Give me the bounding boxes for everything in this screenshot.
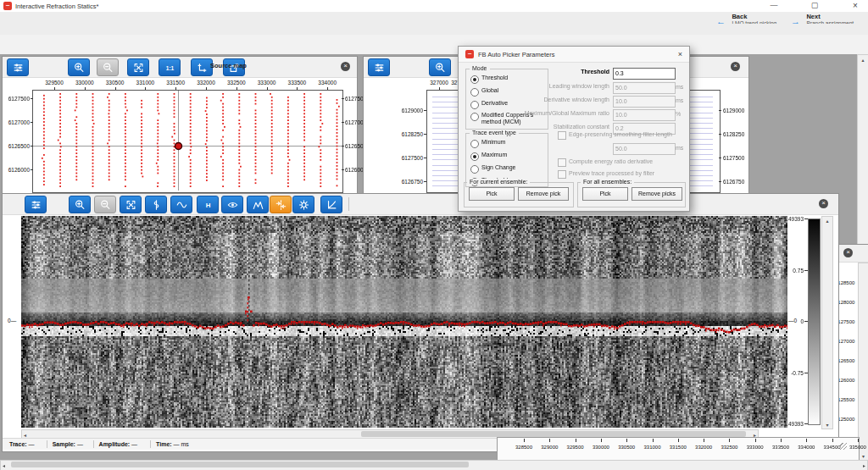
zoom-in-icon[interactable] <box>68 58 90 76</box>
zoom-out-icon[interactable] <box>97 58 119 76</box>
pick-button[interactable]: Pick <box>582 187 628 201</box>
x-tick-label: 330000 <box>75 80 94 86</box>
nav-band: ← Back LMO trend picking → Next Branch a… <box>0 12 868 24</box>
checkbox-1[interactable] <box>558 158 566 167</box>
radio-maximum[interactable] <box>470 152 479 161</box>
scroll-left-icon[interactable]: ◂ <box>3 462 5 468</box>
fragment-vscrollbar[interactable]: ▾ <box>858 263 868 461</box>
display-settings-icon[interactable] <box>25 196 47 213</box>
x-tick-label: 330500 <box>618 445 635 450</box>
radio-label: Threshold <box>481 75 549 81</box>
offset-panel-bottom-fragment: 3285003290003295003300003305003310003315… <box>497 437 860 462</box>
minimize-icon[interactable]: — <box>763 0 785 11</box>
param-unit: % <box>676 111 681 117</box>
zoom-in-icon[interactable] <box>429 58 451 76</box>
display-settings-icon[interactable] <box>7 58 29 76</box>
param-unit: ms <box>676 84 683 90</box>
scrollbar-thumb[interactable] <box>361 431 746 437</box>
tick-mark <box>601 439 602 442</box>
status-divider <box>93 440 94 448</box>
scroll-up-icon[interactable]: ▴ <box>858 57 868 63</box>
scrollbar-thumb[interactable] <box>11 462 469 467</box>
colorbar-tick-label: 0 <box>770 318 804 324</box>
display-settings-icon[interactable] <box>368 58 390 76</box>
tick-mark <box>31 146 33 147</box>
scroll-down-icon[interactable]: ▾ <box>859 453 868 459</box>
tick-mark <box>804 321 808 322</box>
tick-mark <box>424 134 426 135</box>
dialog-close-icon[interactable]: × <box>678 50 682 58</box>
x-tick-label: 333000 <box>747 445 764 450</box>
param-field[interactable]: 0.3 <box>613 68 676 80</box>
zoom-in-icon[interactable] <box>69 196 91 213</box>
tick-mark <box>755 439 756 442</box>
fb-auto-picker-dialog: ~ FB Auto Picker Parameters × Mode Thres… <box>458 46 690 212</box>
panel-close-icon[interactable]: × <box>341 62 350 71</box>
zoom-out-icon[interactable] <box>94 196 116 213</box>
trace-event-group-label: Trace event type <box>470 130 519 135</box>
x-tick-label: 331500 <box>670 445 687 450</box>
parameters-gear-icon[interactable] <box>292 196 314 213</box>
panel-close-icon[interactable]: × <box>819 199 828 208</box>
param-label: Derivative window length <box>465 97 609 102</box>
remove-picks-button[interactable]: Remove picks <box>632 187 682 201</box>
x-tick-label: 335000 <box>849 445 866 450</box>
trace-wave-icon[interactable] <box>170 196 192 213</box>
tick-mark <box>729 439 730 442</box>
x-tick-label: 334000 <box>318 80 337 86</box>
checkbox-label: Preview trace processed by filter <box>569 170 686 176</box>
workspace-hscrollbar[interactable]: ◂ ▸ <box>0 460 868 470</box>
radio-label: Minimum <box>481 139 549 146</box>
first-break-picker-icon[interactable] <box>270 196 292 213</box>
tick-mark <box>804 270 808 271</box>
view-eye-icon[interactable] <box>221 196 243 213</box>
tick-mark <box>267 87 268 90</box>
param-label: Maximum/Global Maximum ratio <box>465 110 609 116</box>
trace-wiggle-icon[interactable] <box>145 196 167 213</box>
radio-minimum[interactable] <box>470 140 479 148</box>
checkbox-0[interactable] <box>558 131 566 140</box>
x-tick-label: 330500 <box>106 80 125 86</box>
colorbar-tick-label: 1.49393 <box>770 216 804 222</box>
tick-mark <box>424 158 426 158</box>
radio-dot <box>473 78 476 81</box>
remove-pick-button[interactable]: Remove pick <box>518 187 569 201</box>
scroll-right-icon[interactable]: ▸ <box>863 462 865 468</box>
tick-mark <box>781 439 782 442</box>
panel-close-icon[interactable]: × <box>731 62 740 71</box>
x-tick-label: 327000 <box>430 80 448 86</box>
tick-mark <box>626 439 627 442</box>
source-map-plot[interactable] <box>33 91 342 191</box>
close-icon[interactable]: × <box>844 0 866 11</box>
y-tick-label: 6129000 <box>396 108 423 113</box>
resize-grip[interactable] <box>840 443 847 450</box>
filter-length-unit: ms <box>676 145 683 151</box>
status-amplitude: Amplitude: — <box>99 441 138 447</box>
maximize-icon[interactable]: ▢ <box>804 0 826 11</box>
one-to-one-icon[interactable]: 1:1 <box>159 58 181 76</box>
zoom-all-icon[interactable] <box>127 58 149 76</box>
x-tick-label: 334000 <box>798 445 815 450</box>
horizontal-scale-icon[interactable]: H <box>197 196 219 213</box>
zoom-all-icon[interactable] <box>120 196 142 213</box>
x-tick-label: 329500 <box>567 445 584 450</box>
scroll-left-icon[interactable]: ◂ <box>24 432 26 438</box>
tick-mark <box>832 439 833 442</box>
spectrum-peaks-icon[interactable] <box>247 196 269 213</box>
radio-sign-change[interactable] <box>470 165 479 174</box>
tick-mark <box>804 373 808 373</box>
colorbar-tick-label: 0.75 <box>770 268 804 274</box>
x-tick-label: 329500 <box>45 80 64 86</box>
pick-button[interactable]: Pick <box>469 187 515 201</box>
seismic-vscrollbar[interactable]: ▴ ▾ <box>821 216 833 429</box>
scroll-down-icon[interactable]: ▾ <box>822 422 832 428</box>
tick-mark <box>342 98 344 99</box>
workspace-vscrollbar[interactable]: ▴ <box>857 54 868 247</box>
velocity-slope-icon[interactable] <box>320 196 342 213</box>
radio-global[interactable] <box>470 88 479 97</box>
seismic-image[interactable] <box>21 216 787 428</box>
checkbox-2[interactable] <box>558 170 566 179</box>
x-tick-label: 332000 <box>197 80 215 86</box>
scroll-up-icon[interactable]: ▴ <box>822 218 832 224</box>
tick-mark <box>806 439 807 442</box>
